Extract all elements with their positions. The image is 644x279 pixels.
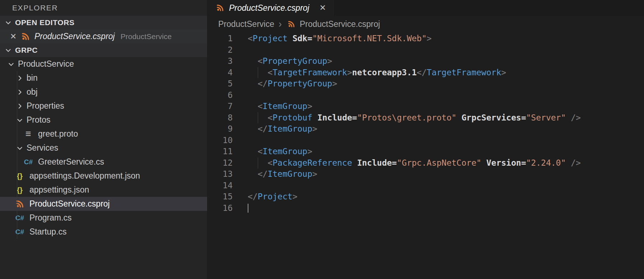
code-line-6[interactable]: 6 [207,90,644,101]
line-number[interactable]: 14 [207,180,233,191]
tab-productservice-csproj[interactable]: ProductService.csproj ✕ [207,0,333,16]
csproj-file-icon [14,198,26,210]
line-number[interactable]: 1 [207,33,233,44]
code-line-7[interactable]: 7 <ItemGroup> [207,101,644,112]
csharp-file-icon: C# [14,226,26,238]
close-icon[interactable]: ✕ [319,3,326,13]
code-text[interactable]: <PropertyGroup> [248,56,644,67]
code-line-8[interactable]: 8 <Protobuf Include="Protos\greet.proto"… [207,112,644,124]
code-text[interactable]: <ItemGroup> [248,146,644,157]
tree-item-label: Protos [27,115,50,125]
breadcrumb: ProductService › ProductService.csproj [207,16,644,32]
tree-item-label: ProductService.csproj [29,199,110,209]
code-line-10[interactable]: 10 [207,135,644,146]
code-text[interactable]: <TargetFramework>netcoreapp3.1</TargetFr… [248,67,644,79]
tree-folder-services[interactable]: Services [0,141,207,155]
code-line-3[interactable]: 3 <PropertyGroup> [207,56,644,67]
code-line-11[interactable]: 11 <ItemGroup> [207,146,644,157]
line-number[interactable]: 13 [207,169,233,180]
code-line-16[interactable]: 16 [207,203,644,214]
line-number[interactable]: 15 [207,191,233,203]
code-text[interactable] [248,44,644,56]
code-line-4[interactable]: 4 <TargetFramework>netcoreapp3.1</Target… [207,67,644,79]
line-number[interactable]: 6 [207,90,233,101]
file-tree: ProductServicebinobjPropertiesProtos≡gre… [0,57,207,239]
explorer-sidebar: EXPLORER OPEN EDITORS ✕ ProductService.c… [0,0,207,279]
code-text[interactable] [248,90,644,101]
tree-file-appsettings-development-json[interactable]: {}appsettings.Development.json [0,169,207,183]
breadcrumb-file[interactable]: ProductService.csproj [300,19,380,29]
indent-guide [258,157,258,169]
line-number[interactable]: 16 [207,203,233,214]
code-line-12[interactable]: 12 <PackageReference Include="Grpc.AspNe… [207,157,644,169]
explorer-title: EXPLORER [0,0,207,16]
tree-folder-productservice[interactable]: ProductService [0,57,207,71]
code-line-13[interactable]: 13 </ItemGroup> [207,169,644,180]
code-text[interactable] [248,203,644,214]
tab-label: ProductService.csproj [229,3,309,13]
open-editor-filename: ProductService.csproj [34,32,115,41]
code-text[interactable]: </ItemGroup> [248,123,644,135]
code-line-5[interactable]: 5 </PropertyGroup> [207,78,644,90]
workspace-section-header[interactable]: GRPC [0,43,207,57]
csproj-file-icon [286,19,297,29]
tree-file-greet-proto[interactable]: ≡greet.proto [0,127,207,141]
line-number[interactable]: 2 [207,44,233,56]
chevron-right-icon[interactable] [14,100,26,112]
chevron-right-icon: › [279,19,282,30]
code-text[interactable]: </ItemGroup> [248,169,644,180]
code-text[interactable]: </Project> [248,191,644,203]
tree-file-greeterservice-cs[interactable]: C#GreeterService.cs [0,155,207,169]
line-number[interactable]: 8 [207,112,233,124]
line-number[interactable]: 7 [207,101,233,112]
chevron-right-icon[interactable] [14,86,26,98]
tree-folder-obj[interactable]: obj [0,85,207,99]
code-line-2[interactable]: 2 [207,44,644,56]
line-number[interactable]: 9 [207,123,233,135]
vscode-window: EXPLORER OPEN EDITORS ✕ ProductService.c… [0,0,644,279]
tree-folder-bin[interactable]: bin [0,71,207,85]
code-text[interactable]: <Protobuf Include="Protos\greet.proto" G… [248,112,644,124]
code-text[interactable]: </PropertyGroup> [248,78,644,90]
open-editor-item[interactable]: ✕ ProductService.csproj ProductService [0,29,207,43]
code-text[interactable] [248,135,644,146]
code-line-15[interactable]: 15</Project> [207,191,644,203]
open-editors-header[interactable]: OPEN EDITORS [0,16,207,29]
tree-item-label: appsettings.Development.json [29,171,140,181]
indent-guide [258,112,258,124]
chevron-right-icon[interactable] [14,72,26,84]
open-editors-label: OPEN EDITORS [15,18,75,27]
tree-item-label: GreeterService.cs [38,157,104,167]
code-text[interactable]: <Project Sdk="Microsoft.NET.Sdk.Web"> [248,33,644,44]
editor-group: ProductService.csproj ✕ ProductService ›… [207,0,644,279]
code-text[interactable]: <ItemGroup> [248,101,644,112]
tree-file-appsettings-json[interactable]: {}appsettings.json [0,183,207,197]
line-number[interactable]: 5 [207,78,233,90]
tree-folder-properties[interactable]: Properties [0,99,207,113]
code-line-9[interactable]: 9 </ItemGroup> [207,123,644,135]
tree-item-label: bin [27,73,38,83]
text-cursor [248,204,248,213]
breadcrumb-folder[interactable]: ProductService [218,19,274,29]
code-line-14[interactable]: 14 [207,180,644,191]
chevron-down-icon[interactable] [14,142,26,154]
line-number[interactable]: 3 [207,56,233,67]
line-number[interactable]: 10 [207,135,233,146]
tree-folder-protos[interactable]: Protos [0,113,207,127]
proto-file-icon: ≡ [22,128,34,140]
tree-file-productservice-csproj[interactable]: ProductService.csproj [0,197,207,211]
code-line-1[interactable]: 1<Project Sdk="Microsoft.NET.Sdk.Web"> [207,33,644,44]
chevron-down-icon[interactable] [5,58,17,70]
code-text[interactable] [248,180,644,191]
line-number[interactable]: 4 [207,67,233,79]
chevron-down-icon[interactable] [14,114,26,126]
line-number[interactable]: 11 [207,146,233,157]
tree-file-program-cs[interactable]: C#Program.cs [0,211,207,225]
line-number[interactable]: 12 [207,157,233,169]
tree-item-label: Program.cs [29,213,72,223]
close-icon[interactable]: ✕ [7,32,19,41]
code-text[interactable]: <PackageReference Include="Grpc.AspNetCo… [248,157,644,169]
tree-item-label: Properties [27,101,64,111]
tree-item-label: appsettings.json [29,185,89,195]
tree-file-startup-cs[interactable]: C#Startup.cs [0,225,207,239]
